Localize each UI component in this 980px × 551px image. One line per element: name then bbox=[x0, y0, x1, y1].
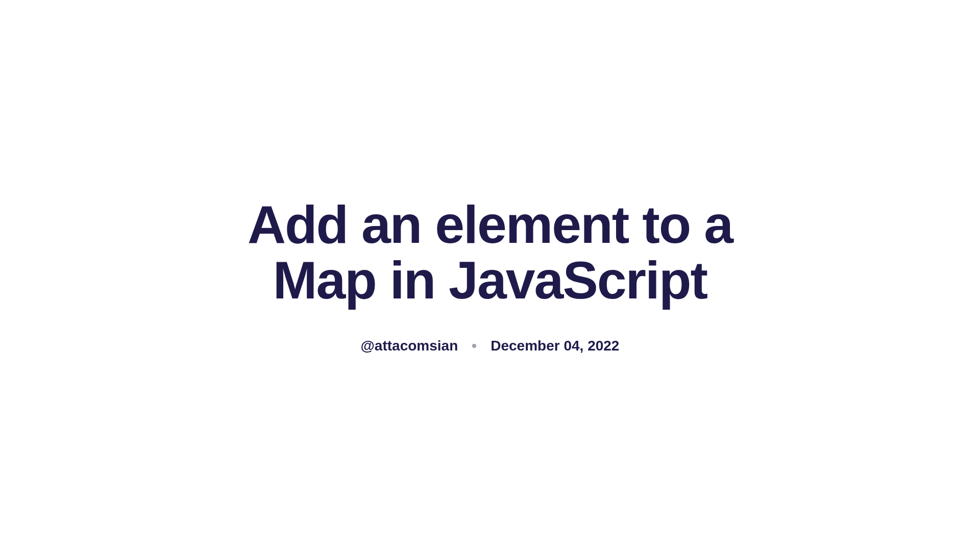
publish-date: December 04, 2022 bbox=[491, 338, 619, 354]
separator-dot bbox=[472, 344, 476, 348]
article-meta: @attacomsian December 04, 2022 bbox=[361, 338, 620, 354]
article-title: Add an element to a Map in JavaScript bbox=[209, 197, 771, 308]
content-container: Add an element to a Map in JavaScript @a… bbox=[209, 197, 771, 354]
author-handle[interactable]: @attacomsian bbox=[361, 338, 458, 354]
